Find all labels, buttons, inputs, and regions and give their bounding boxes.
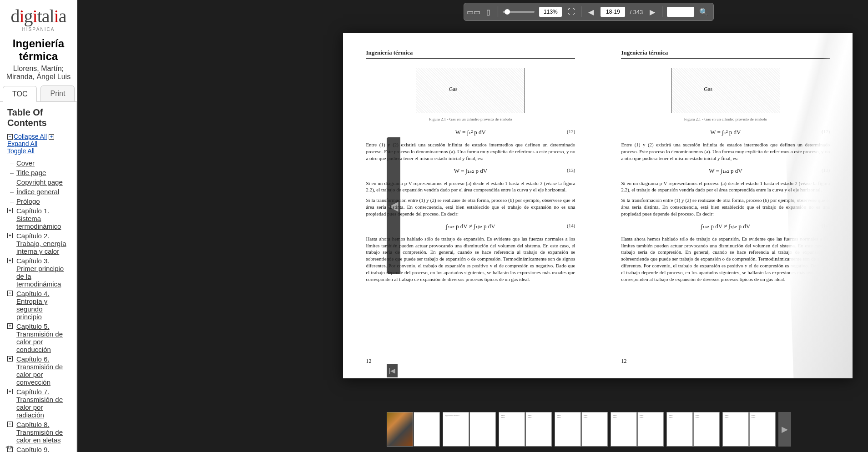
prev-page-icon[interactable]: ◀	[586, 7, 596, 17]
thumbnail[interactable]: ▪▪▪▪▪▪▪▪▪▪▪▪▪▪▪▪▪▪	[722, 412, 749, 447]
zoom-value[interactable]: 113%	[539, 7, 562, 17]
toc-item[interactable]: Title page	[7, 169, 69, 176]
plus-icon[interactable]: +	[7, 389, 13, 394]
next-page-icon[interactable]: ▶	[647, 7, 657, 17]
single-page-icon[interactable]: ▯	[483, 7, 493, 17]
zoom-slider[interactable]	[503, 11, 535, 13]
thumbnail[interactable]: ▪▪▪▪▪▪▪▪▪▪▪▪▪▪▪▪▪▪	[525, 412, 552, 447]
plus-icon[interactable]: +	[7, 422, 13, 427]
viewer: ▭▭ ▯ 113% ⛶ ◀ 18-19 / 343 ▶ 🔍 ◀ |◀ Ingen…	[77, 0, 868, 452]
book-title: Ingeniería térmica	[0, 37, 77, 63]
search-icon[interactable]: 🔍	[699, 7, 709, 17]
thumbnail[interactable]: ▪▪▪▪▪▪▪▪▪▪▪▪▪▪▪▪▪▪	[637, 412, 664, 447]
thumbnail[interactable]: ▪▪▪▪▪▪▪▪▪▪▪▪▪▪▪▪▪▪	[555, 412, 581, 447]
plus-icon[interactable]: +	[7, 356, 13, 362]
toc-item[interactable]: +Capítulo 4. Entropía y segundo principi…	[7, 290, 69, 321]
toolbar: ▭▭ ▯ 113% ⛶ ◀ 18-19 / 343 ▶ 🔍	[464, 3, 714, 21]
plus-icon[interactable]: +	[7, 291, 13, 296]
left-page: Ingeniería térmica Gas Figura 2.1 - Gas …	[343, 33, 598, 378]
toc-item[interactable]: +Capítulo 9. Transferencia de calor con …	[7, 446, 69, 452]
thumbnail[interactable]: ▪▪▪▪▪▪▪▪▪▪▪▪▪▪▪▪▪▪	[693, 412, 720, 447]
collapse-all-link[interactable]: Collapse All	[14, 133, 47, 140]
book-authors: Llorens, Martín; Miranda, Ángel Luis	[0, 65, 77, 81]
toc-item[interactable]: +Capítulo 2. Trabajo, energía interna y …	[7, 232, 69, 255]
plus-icon[interactable]: +	[7, 323, 13, 329]
brand-logo: digitalia HISPÁNICA	[0, 0, 77, 35]
gas-diagram: Gas	[671, 68, 780, 113]
toc-panel: Table Of Contents −Collapse All +Expand …	[0, 102, 77, 452]
toc-item[interactable]: Copyright page	[7, 178, 69, 186]
toc-item[interactable]: Índice general	[7, 188, 69, 196]
toc-item[interactable]: +Capítulo 8. Transmisión de calor en ale…	[7, 421, 69, 444]
toggle-all-link[interactable]: Toggle All	[7, 147, 35, 155]
thumbnail[interactable]: ▪▪▪▪▪▪▪▪▪▪▪▪▪▪▪▪▪▪	[581, 412, 608, 447]
page-input[interactable]: 18-19	[601, 7, 625, 17]
expand-icon[interactable]: +	[49, 134, 54, 140]
toc-item[interactable]: +Capítulo 6. Transmisión de calor por co…	[7, 355, 69, 386]
thumbnails-next-button[interactable]: ▶	[778, 412, 791, 447]
thumbnail[interactable]: Ingeniería térmica	[443, 412, 469, 447]
scroll-arrows[interactable]: ◂ ▸	[5, 443, 14, 450]
toc-item[interactable]: +Capítulo 3. Primer principio de la term…	[7, 257, 69, 288]
plus-icon[interactable]: +	[7, 233, 13, 238]
sidebar: digitalia HISPÁNICA Ingeniería térmica L…	[0, 0, 77, 452]
thumbnail[interactable]	[469, 412, 496, 447]
collapse-icon[interactable]: −	[7, 134, 13, 140]
slider-thumb[interactable]	[505, 9, 510, 15]
gas-diagram: Gas	[416, 68, 525, 113]
fit-screen-icon[interactable]: ⛶	[566, 7, 576, 17]
search-input[interactable]	[667, 7, 694, 17]
thumbnail[interactable]: ▪▪▪▪▪▪▪▪▪▪▪▪▪▪▪▪▪▪	[666, 412, 693, 447]
page-area: ◀ |◀ Ingeniería térmica Gas Figura 2.1 -…	[77, 0, 868, 411]
tab-toc[interactable]: TOC	[3, 86, 37, 102]
thumbnail[interactable]: ▪▪▪▪▪▪▪▪▪▪▪▪▪▪▪▪▪▪	[611, 412, 637, 447]
plus-icon[interactable]: +	[7, 258, 13, 263]
book-spread: Ingeniería térmica Gas Figura 2.1 - Gas …	[343, 33, 853, 378]
expand-all-link[interactable]: Expand All	[7, 140, 37, 147]
toc-item[interactable]: +Capítulo 5. Transmisión de calor por co…	[7, 322, 69, 353]
thumbnail[interactable]	[387, 412, 413, 447]
toc-item[interactable]: Cover	[7, 159, 69, 167]
page-total: / 343	[630, 9, 643, 15]
thumbnail[interactable]	[414, 412, 440, 447]
toc-item[interactable]: +Capítulo 1. Sistema termodinámico	[7, 207, 69, 230]
thumbnail-strip: Ingeniería térmica ▪▪▪▪▪▪▪▪▪▪▪▪▪▪▪▪▪▪▪▪▪…	[77, 411, 868, 452]
tab-bar: TOC Print	[0, 85, 77, 102]
toc-list: Cover Title page Copyright page Índice g…	[7, 159, 69, 452]
plus-icon[interactable]: +	[7, 208, 13, 213]
thumbnail[interactable]: ▪▪▪▪▪▪▪▪▪▪▪▪▪▪▪▪▪▪	[749, 412, 776, 447]
tab-print[interactable]: Print	[40, 85, 75, 101]
toc-item[interactable]: Prólogo	[7, 197, 69, 205]
toc-header: Table Of Contents	[7, 107, 69, 128]
toc-item[interactable]: +Capítulo 7. Transmisión de calor por ra…	[7, 388, 69, 419]
right-page: Ingeniería térmica Gas Figura 2.1 - Gas …	[598, 33, 853, 378]
thumbnail[interactable]: ▪▪▪▪▪▪▪▪▪▪▪▪▪▪▪▪▪▪	[499, 412, 525, 447]
toc-controls: −Collapse All +Expand All Toggle All	[7, 133, 69, 155]
two-page-icon[interactable]: ▭▭	[469, 7, 479, 17]
